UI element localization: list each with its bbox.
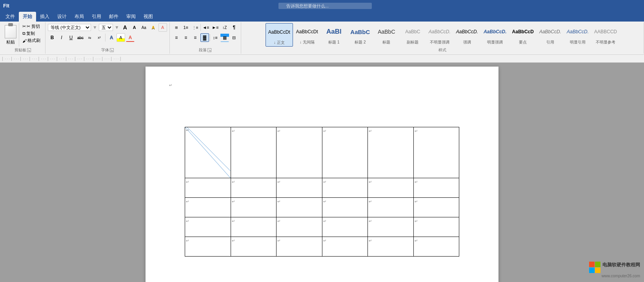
search-input[interactable] (278, 3, 372, 9)
italic-button[interactable]: I (57, 33, 66, 42)
strikethrough-button[interactable]: abc (76, 33, 85, 42)
increase-indent-button[interactable]: ►≡ (211, 23, 220, 32)
para-divider1 (200, 24, 201, 31)
table-cell-3-4[interactable]: ↵ (368, 217, 414, 237)
font-name-select[interactable]: 等线 (中文正文) (48, 24, 91, 31)
table-cell-1-5[interactable]: ↵ (413, 178, 459, 198)
tab-view[interactable]: 视图 (140, 12, 157, 22)
table-cell-0-5[interactable]: ↵ (413, 127, 459, 178)
borders-button[interactable]: ⊟ (230, 33, 238, 42)
table-cell-3-2[interactable]: ↵ (277, 217, 322, 237)
format-painter-icon: 🖌 (22, 38, 27, 43)
table-cell-0-1[interactable]: ↵ (231, 127, 277, 178)
line-spacing-button[interactable]: ↕≡ (211, 33, 220, 42)
table-cell-1-3[interactable]: ↵ (322, 178, 368, 198)
table-cell-diagonal[interactable]: ↵ (185, 127, 231, 178)
style-quote-label: 引用 (546, 40, 554, 45)
style-normal[interactable]: AaBbCcDt ↓ 正文 (266, 23, 293, 47)
copy-button[interactable]: ⧉ 复制 (21, 30, 42, 37)
clear-format-button[interactable]: A (158, 23, 167, 32)
clipboard-expand-icon[interactable]: ↘ (27, 48, 31, 52)
table-cell-0-3[interactable]: ↵ (322, 127, 368, 178)
table-cell-4-3[interactable]: ↵ (322, 237, 368, 257)
tab-references[interactable]: 引用 (88, 12, 105, 22)
tab-review[interactable]: 审阅 (122, 12, 140, 22)
bold-button[interactable]: B (48, 33, 56, 42)
table-cell-1-1[interactable]: ↵ (231, 178, 277, 198)
table-cell-1-4[interactable]: ↵ (368, 178, 414, 198)
font-expand-icon[interactable]: ↘ (110, 48, 114, 52)
decrease-indent-button[interactable]: ◄≡ (202, 23, 210, 32)
table-cell-2-1[interactable]: ↵ (231, 198, 277, 217)
font-grow-button[interactable]: A (121, 23, 129, 32)
case-button[interactable]: Aa (140, 23, 148, 32)
table-cell-2-3[interactable]: ↵ (322, 198, 368, 217)
table-cell-3-1[interactable]: ↵ (231, 217, 277, 237)
table-cell-4-1[interactable]: ↵ (231, 237, 277, 257)
table-cell-1-2[interactable]: ↵ (277, 178, 322, 198)
highlight-button[interactable]: A (149, 23, 158, 32)
style-subtle-emphasis[interactable]: AaBbCcD. 不明显强调 (426, 23, 453, 47)
sort-button[interactable]: ↕Z (220, 23, 229, 32)
style-intense-emphasis[interactable]: AaBbCcD. 明显强调 (481, 23, 509, 47)
text-effect-button[interactable]: A (107, 33, 116, 42)
superscript-button[interactable]: x² (95, 33, 104, 42)
style-subtitle-preview: AaBbC (405, 24, 420, 40)
paste-button[interactable]: 粘贴 (2, 23, 19, 47)
table-cell-0-2[interactable]: ↵ (277, 127, 322, 178)
tab-start[interactable]: 开始 (19, 12, 36, 22)
table-cell-4-0[interactable]: ↵ (185, 237, 231, 257)
table-cell-3-0[interactable]: ↵ (185, 217, 231, 237)
para-expand-icon[interactable]: ↘ (207, 48, 211, 52)
font-color-button[interactable]: A (126, 33, 135, 42)
format-painter-label: 格式刷 (27, 38, 40, 43)
table-cell-2-5[interactable]: ↵ (413, 198, 459, 217)
style-no-spacing-label: ↓ 无间隔 (300, 40, 315, 45)
tab-layout[interactable]: 布局 (71, 12, 88, 22)
table-cell-0-4[interactable]: ↵ (368, 127, 414, 178)
style-intense-quote[interactable]: AaBbCcD. 明显引用 (564, 23, 591, 47)
tab-design[interactable]: 设计 (53, 12, 71, 22)
subscript-button[interactable]: x₂ (86, 33, 94, 42)
style-subtle-emphasis-preview: AaBbCcD. (429, 24, 451, 40)
table-cell-3-3[interactable]: ↵ (322, 217, 368, 237)
cut-label: ✂ 剪切 (27, 24, 40, 29)
table-cell-2-0[interactable]: ↵ (185, 198, 231, 217)
table-cell-2-2[interactable]: ↵ (277, 198, 322, 217)
style-no-spacing[interactable]: AaBbCcDt ↓ 无间隔 (294, 23, 320, 47)
numbering-button[interactable]: 1≡ (182, 23, 190, 32)
main-content[interactable]: ↵ ↵ ↵ ↵ ↵ (51, 63, 593, 282)
show-marks-button[interactable]: ¶ (230, 23, 238, 32)
align-left-button[interactable]: ≡ (172, 33, 181, 42)
table-cell-4-5[interactable]: ↵ (413, 237, 459, 257)
style-title[interactable]: AaBbC 标题 (374, 23, 399, 47)
style-quote[interactable]: AaBbCcD. 引用 (537, 23, 564, 47)
text-highlight-button[interactable]: A (116, 33, 125, 42)
style-strong[interactable]: AaBbCcD 要点 (510, 23, 536, 47)
style-subtle-ref[interactable]: AaBbCcD 不明显参考 (592, 23, 619, 47)
tab-file[interactable]: 文件 (2, 12, 19, 22)
style-h1[interactable]: AaBl 标题 1 (321, 23, 347, 47)
tab-insert[interactable]: 插入 (36, 12, 53, 22)
table-cell-4-4[interactable]: ↵ (368, 237, 414, 257)
font-shrink-button[interactable]: A (130, 23, 139, 32)
table-cell-4-2[interactable]: ↵ (277, 237, 322, 257)
align-center-button[interactable]: ≡ (182, 33, 190, 42)
bullets-button[interactable]: ≡ (172, 23, 181, 32)
multi-level-list-button[interactable]: ⋮≡ (191, 23, 200, 32)
tab-mailings[interactable]: 邮件 (105, 12, 122, 22)
style-subtitle[interactable]: AaBbC 副标题 (400, 23, 426, 47)
font-size-select[interactable]: 五号 (99, 24, 113, 31)
format-painter-button[interactable]: 🖌 格式刷 (21, 37, 42, 44)
style-emphasis[interactable]: AaBbCcD. 强调 (454, 23, 480, 47)
shading-button[interactable]: ▦ (220, 33, 229, 42)
table-cell-2-4[interactable]: ↵ (368, 198, 414, 217)
table-cell-3-5[interactable]: ↵ (413, 217, 459, 237)
underline-button[interactable]: U (67, 33, 75, 42)
justify-button[interactable]: ▓ (200, 33, 209, 42)
cut-button[interactable]: ✂ ✂ 剪切 (21, 23, 42, 30)
align-right-button[interactable]: ≡ (191, 33, 200, 42)
paste-label: 粘贴 (6, 39, 15, 45)
table-cell-1-0[interactable]: ↵ (185, 178, 231, 198)
style-h2[interactable]: AaBbC 标题 2 (347, 23, 373, 47)
